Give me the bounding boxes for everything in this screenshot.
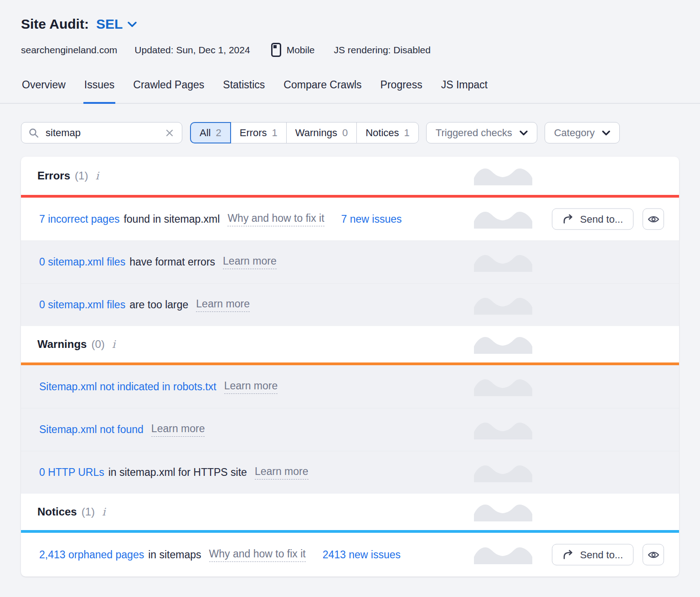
section-count: (1) [75, 169, 88, 182]
info-icon[interactable]: i [112, 339, 115, 350]
tab-js-impact[interactable]: JS Impact [440, 76, 489, 104]
new-issues-link[interactable]: 2413 new issues [323, 549, 401, 561]
tab-compare-crawls[interactable]: Compare Crawls [283, 76, 362, 104]
hide-issue-button[interactable] [643, 544, 664, 566]
section-count: (0) [91, 338, 104, 351]
filter-errors-label: Errors [240, 127, 267, 139]
audit-meta: searchengineland.com Updated: Sun, Dec 1… [21, 43, 679, 57]
row-actions: Send to... [552, 209, 664, 230]
filter-all-label: All [200, 127, 211, 139]
issue-link[interactable]: 0 sitemap.xml files [39, 299, 125, 311]
filter-warnings[interactable]: Warnings 0 [286, 122, 357, 143]
learn-more-link[interactable]: Learn more [255, 465, 309, 480]
issue-text: in sitemaps [148, 549, 201, 561]
search-icon [28, 128, 39, 138]
filter-all[interactable]: All 2 [190, 122, 231, 143]
trend-sparkline-placeholder [474, 296, 532, 315]
issues-card: Errors (1) i 7 incorrect pages found in … [21, 157, 679, 577]
tab-statistics[interactable]: Statistics [222, 76, 266, 104]
trend-sparkline-placeholder [474, 420, 532, 439]
audited-domain: searchengineland.com [21, 45, 117, 56]
issue-link[interactable]: Sitemap.xml not indicated in robots.txt [39, 381, 216, 393]
severity-filter: All 2 Errors 1 Warnings 0 Notices 1 [190, 122, 419, 143]
issue-row: 0 sitemap.xml files have format errors L… [21, 240, 679, 283]
hide-issue-button[interactable] [643, 209, 664, 230]
learn-more-link[interactable]: Learn more [151, 423, 205, 437]
triggered-checks-dropdown[interactable]: Triggered checks [426, 122, 537, 143]
page-header: Site Audit: SEL [21, 16, 679, 32]
filter-errors[interactable]: Errors 1 [231, 122, 287, 143]
section-title: Errors [37, 169, 70, 182]
filter-warnings-label: Warnings [295, 127, 337, 139]
category-label: Category [554, 127, 595, 139]
chevron-down-icon [602, 130, 610, 136]
issue-row: Sitemap.xml not indicated in robots.txt … [21, 365, 679, 408]
trend-sparkline-placeholder [474, 209, 532, 229]
mobile-phone-icon [271, 43, 281, 57]
send-to-icon [562, 549, 574, 560]
issue-link[interactable]: 2,413 orphaned pages [39, 549, 144, 561]
chevron-down-icon [128, 21, 137, 27]
trend-sparkline-placeholder [474, 377, 532, 396]
issue-text: in sitemap.xml for HTTPS site [108, 466, 247, 479]
section-title: Warnings [37, 338, 87, 351]
tab-overview[interactable]: Overview [21, 76, 67, 104]
issue-text: have format errors [129, 256, 215, 268]
eye-icon [648, 551, 659, 559]
notices-section-header: Notices (1) i [21, 494, 679, 530]
issue-row: Sitemap.xml not found Learn more [21, 408, 679, 451]
issue-text: are too large [129, 299, 188, 311]
issue-link[interactable]: 7 incorrect pages [39, 213, 119, 225]
issue-row: 2,413 orphaned pages in sitemaps Why and… [21, 533, 679, 577]
errors-section-header: Errors (1) i [21, 157, 679, 195]
trend-sparkline-placeholder [474, 463, 532, 482]
why-how-to-fix-link[interactable]: Why and how to fix it [209, 548, 306, 562]
issue-link[interactable]: 0 HTTP URLs [39, 466, 104, 479]
why-how-to-fix-link[interactable]: Why and how to fix it [227, 212, 324, 226]
section-title: Notices [37, 505, 77, 518]
filter-notices-label: Notices [365, 127, 399, 139]
send-to-label: Send to... [580, 213, 623, 225]
triggered-checks-label: Triggered checks [436, 127, 512, 139]
learn-more-link[interactable]: Learn more [223, 255, 277, 269]
tab-progress[interactable]: Progress [380, 76, 423, 104]
issue-row: 7 incorrect pages found in sitemap.xml W… [21, 198, 679, 240]
filter-notices[interactable]: Notices 1 [356, 122, 419, 143]
trend-sparkline-placeholder [474, 166, 532, 185]
send-to-button[interactable]: Send to... [552, 544, 633, 566]
clear-search-button[interactable] [164, 128, 175, 138]
category-dropdown[interactable]: Category [545, 122, 620, 143]
issue-text: found in sitemap.xml [124, 213, 220, 225]
info-icon[interactable]: i [95, 171, 98, 181]
device-label: Mobile [287, 45, 315, 56]
issue-link[interactable]: 0 sitemap.xml files [39, 256, 125, 268]
info-icon[interactable]: i [102, 507, 105, 517]
issue-search[interactable] [21, 122, 182, 143]
tab-issues[interactable]: Issues [83, 76, 115, 104]
send-to-icon [562, 214, 574, 225]
issue-link[interactable]: Sitemap.xml not found [39, 424, 144, 436]
new-issues-link[interactable]: 7 new issues [341, 213, 402, 225]
page-title: Site Audit: [21, 16, 89, 32]
send-to-button[interactable]: Send to... [552, 209, 633, 230]
trend-sparkline-placeholder [474, 253, 532, 272]
trend-sparkline-placeholder [474, 545, 532, 564]
trend-sparkline-placeholder [474, 502, 532, 521]
search-input[interactable] [45, 127, 159, 139]
send-to-label: Send to... [580, 549, 623, 561]
last-updated: Updated: Sun, Dec 1, 2024 [134, 45, 250, 56]
site-audit-page: Site Audit: SEL searchengineland.com Upd… [0, 0, 700, 597]
device-indicator: Mobile [271, 43, 315, 57]
filter-notices-count: 1 [404, 127, 410, 139]
audit-tabs: Overview Issues Crawled Pages Statistics… [0, 76, 700, 104]
tab-crawled-pages[interactable]: Crawled Pages [132, 76, 205, 104]
issue-row: 0 HTTP URLs in sitemap.xml for HTTPS sit… [21, 451, 679, 494]
project-name[interactable]: SEL [96, 16, 123, 32]
learn-more-link[interactable]: Learn more [196, 298, 250, 312]
section-count: (1) [82, 505, 95, 518]
project-selector[interactable]: SEL [96, 16, 137, 32]
learn-more-link[interactable]: Learn more [224, 380, 278, 394]
filter-bar: All 2 Errors 1 Warnings 0 Notices 1 Trig… [21, 122, 679, 143]
row-actions: Send to... [552, 544, 664, 566]
eye-icon [648, 215, 659, 223]
